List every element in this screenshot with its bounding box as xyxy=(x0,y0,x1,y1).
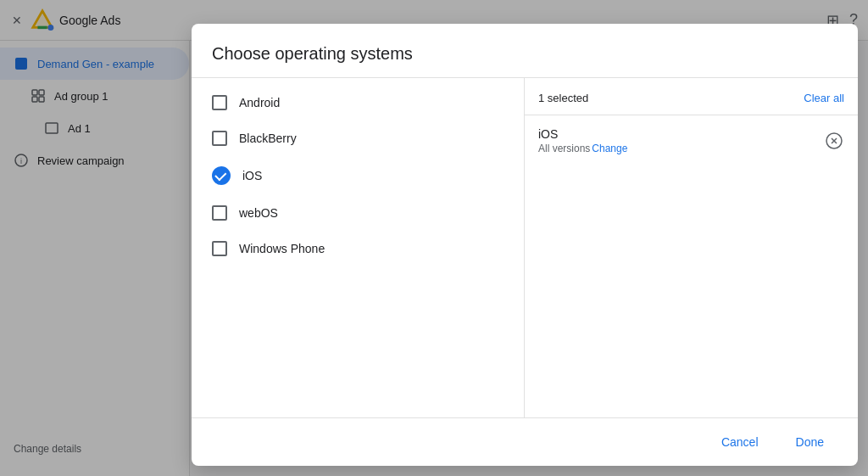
ios-label: iOS xyxy=(242,169,262,182)
change-versions-link[interactable]: Change xyxy=(592,143,627,154)
selected-item-ios-sub: All versionsChange xyxy=(538,143,627,154)
dialog-footer: Cancel Done xyxy=(192,417,858,466)
remove-ios-button[interactable] xyxy=(824,131,844,151)
android-label: Android xyxy=(239,96,280,109)
windows-phone-checkbox[interactable] xyxy=(212,241,227,256)
selected-header: 1 selected Clear all xyxy=(525,78,858,115)
selected-items-panel: 1 selected Clear all iOS All versionsCha… xyxy=(525,78,858,417)
os-options-list: Android BlackBerry iOS webOS Windows Pho… xyxy=(192,78,525,417)
os-option-webos[interactable]: webOS xyxy=(192,195,524,231)
dialog-body: Android BlackBerry iOS webOS Windows Pho… xyxy=(192,77,858,417)
selected-item-ios: iOS All versionsChange xyxy=(525,115,858,166)
android-checkbox[interactable] xyxy=(212,95,227,110)
os-option-ios[interactable]: iOS xyxy=(192,156,524,195)
os-option-windows-phone[interactable]: Windows Phone xyxy=(192,231,524,266)
clear-all-button[interactable]: Clear all xyxy=(804,92,844,104)
ios-checkbox[interactable] xyxy=(212,166,231,185)
selected-item-ios-info: iOS All versionsChange xyxy=(538,127,627,154)
blackberry-checkbox[interactable] xyxy=(212,131,227,146)
cancel-button[interactable]: Cancel xyxy=(708,428,772,456)
windows-phone-label: Windows Phone xyxy=(239,242,325,255)
selected-count: 1 selected xyxy=(538,92,588,104)
dialog-title: Choose operating systems xyxy=(192,24,858,77)
os-option-android[interactable]: Android xyxy=(192,85,524,120)
webos-checkbox[interactable] xyxy=(212,205,227,221)
choose-os-dialog: Choose operating systems Android BlackBe… xyxy=(192,24,858,466)
selected-item-ios-name: iOS xyxy=(538,127,627,141)
remove-icon xyxy=(826,132,843,149)
webos-label: webOS xyxy=(239,206,278,220)
blackberry-label: BlackBerry xyxy=(239,132,297,145)
done-button[interactable]: Done xyxy=(782,428,837,456)
os-option-blackberry[interactable]: BlackBerry xyxy=(192,120,524,156)
